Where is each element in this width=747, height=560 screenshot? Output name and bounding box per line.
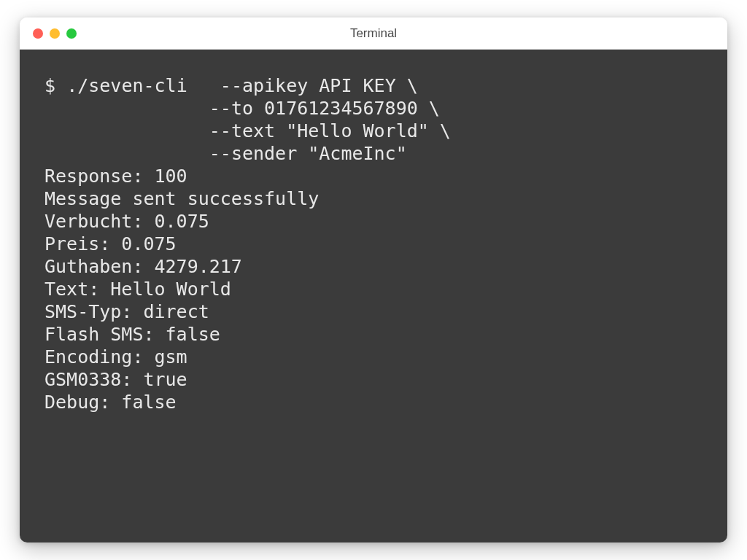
traffic-lights: [20, 28, 77, 39]
command-name: ./seven-cli: [66, 75, 187, 96]
output-line: Encoding: gsm: [44, 346, 187, 368]
output-line: Flash SMS: false: [44, 324, 220, 345]
command-indent: [44, 143, 209, 164]
prompt-symbol: $: [44, 75, 55, 96]
command-indent: [44, 120, 209, 141]
output-line: Debug: false: [44, 392, 177, 413]
output-line: Text: Hello World: [44, 279, 231, 300]
close-icon[interactable]: [33, 28, 43, 39]
command-arg-line: --apikey API KEY \: [220, 75, 418, 96]
terminal-body[interactable]: $ ./seven-cli --apikey API KEY \ --to 01…: [20, 50, 727, 542]
maximize-icon[interactable]: [66, 28, 77, 39]
command-indent: [44, 98, 209, 119]
output-line: Response: 100: [44, 166, 187, 187]
command-arg-line: --text "Hello World" \: [209, 120, 451, 141]
output-line: SMS-Typ: direct: [44, 301, 209, 322]
minimize-icon[interactable]: [50, 28, 60, 39]
terminal-window: Terminal $ ./seven-cli --apikey API KEY …: [20, 18, 727, 542]
command-arg-line: --sender "AcmeInc": [209, 143, 407, 164]
output-line: Preis: 0.075: [44, 233, 177, 254]
command-arg-line: --to 01761234567890 \: [209, 98, 440, 119]
output-line: GSM0338: true: [44, 369, 187, 390]
window-title: Terminal: [20, 26, 727, 41]
output-line: Guthaben: 4279.217: [44, 256, 242, 277]
output-line: Message sent successfully: [44, 188, 319, 209]
titlebar: Terminal: [20, 18, 727, 50]
output-line: Verbucht: 0.075: [44, 211, 209, 232]
